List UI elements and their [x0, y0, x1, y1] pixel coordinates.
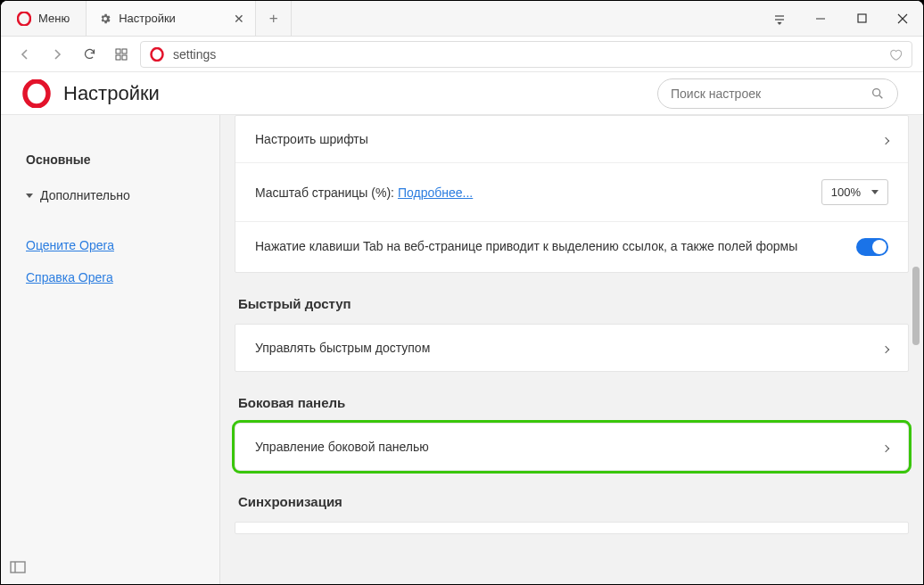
chevron-right-icon	[51, 48, 63, 61]
svg-rect-4	[116, 55, 120, 60]
svg-point-0	[18, 12, 30, 25]
row-sync-partial[interactable]	[235, 522, 909, 534]
zoom-value: 100%	[831, 185, 861, 199]
address-input-wrap[interactable]	[140, 41, 912, 68]
tab-menu-button[interactable]	[759, 1, 800, 36]
sidebar-link-rate-opera[interactable]: Оцените Opera	[1, 229, 219, 261]
row-label: Масштаб страницы (%):	[255, 185, 394, 200]
row-page-zoom: Масштаб страницы (%): Подробнее... 100%	[235, 162, 908, 221]
chevron-right-icon	[883, 132, 888, 146]
maximize-icon	[857, 13, 867, 23]
menu-label: Меню	[38, 12, 70, 25]
settings-search-input[interactable]	[671, 87, 870, 101]
svg-rect-9	[11, 562, 25, 573]
reload-icon	[83, 47, 96, 61]
chevron-down-icon	[26, 194, 33, 198]
svg-point-8	[873, 88, 880, 95]
tab-settings[interactable]: Настройки ✕	[87, 1, 256, 36]
settings-sidebar: Основные Дополнительно Оцените Opera Спр…	[1, 115, 220, 584]
maximize-button[interactable]	[841, 1, 882, 36]
svg-rect-5	[122, 55, 127, 60]
minimize-icon	[815, 13, 826, 24]
zoom-learn-more-link[interactable]: Подробнее...	[398, 185, 473, 200]
opera-icon	[17, 12, 31, 26]
close-icon[interactable]: ✕	[234, 12, 244, 26]
chevron-left-icon	[19, 48, 31, 61]
panel-icon	[10, 561, 26, 573]
grid-icon	[115, 48, 128, 61]
back-button[interactable]	[12, 42, 38, 67]
sidebar-item-label: Дополнительно	[40, 188, 130, 202]
section-title-sidebar: Боковая панель	[235, 372, 909, 423]
page-content: Настройки Основные Дополнительно	[1, 72, 923, 584]
section-title-speed-dial: Быстрый доступ	[235, 273, 909, 324]
window-close-button[interactable]	[882, 1, 923, 36]
sidebar-panel-toggle[interactable]	[10, 561, 26, 573]
speed-dial-button[interactable]	[108, 42, 135, 67]
chevron-down-icon	[871, 190, 879, 194]
address-bar	[1, 37, 923, 72]
row-manage-sidebar[interactable]: Управление боковой панелью	[235, 423, 909, 471]
row-label: Настроить шрифты	[255, 132, 368, 146]
reload-button[interactable]	[76, 42, 103, 67]
chevron-right-icon	[883, 440, 888, 454]
tab-menu-icon	[773, 12, 786, 25]
menu-button[interactable]: Меню	[1, 1, 87, 36]
row-label: Управление боковой панелью	[255, 440, 429, 454]
minimize-button[interactable]	[800, 1, 841, 36]
row-configure-fonts[interactable]: Настроить шрифты	[235, 116, 908, 162]
svg-rect-2	[116, 49, 120, 54]
svg-point-7	[25, 81, 48, 106]
svg-point-6	[152, 48, 163, 61]
scrollbar-thumb[interactable]	[912, 267, 920, 345]
settings-header: Настройки	[1, 72, 923, 115]
settings-main[interactable]: Настроить шрифты Масштаб страницы (%): П…	[220, 115, 923, 584]
opera-icon	[150, 47, 164, 62]
svg-rect-3	[122, 49, 127, 54]
opera-icon	[22, 79, 51, 108]
chevron-right-icon	[883, 341, 888, 355]
window-controls	[759, 1, 923, 36]
page-title: Настройки	[63, 82, 160, 105]
zoom-select[interactable]: 100%	[821, 179, 888, 205]
settings-search[interactable]	[657, 78, 898, 109]
titlebar: Меню Настройки ✕ +	[1, 1, 923, 37]
tab-key-toggle[interactable]	[856, 238, 888, 256]
settings-body: Основные Дополнительно Оцените Opera Спр…	[1, 115, 923, 584]
heart-icon[interactable]	[888, 47, 903, 62]
svg-rect-1	[858, 14, 866, 22]
close-icon	[897, 13, 908, 24]
section-title-sync: Синхронизация	[235, 471, 909, 522]
search-icon	[870, 87, 885, 101]
new-tab-button[interactable]: +	[256, 1, 292, 36]
forward-button[interactable]	[44, 42, 70, 67]
sidebar-item-basic[interactable]: Основные	[1, 142, 219, 177]
address-input[interactable]	[173, 47, 879, 62]
sidebar-item-label: Основные	[26, 152, 91, 167]
browser-window: Меню Настройки ✕ +	[0, 0, 924, 585]
appearance-section: Настроить шрифты Масштаб страницы (%): П…	[235, 115, 909, 273]
scrollbar[interactable]	[905, 115, 923, 584]
tab-label: Настройки	[119, 12, 227, 25]
sidebar-item-advanced[interactable]: Дополнительно	[1, 177, 219, 213]
sidebar-link-help-opera[interactable]: Справка Opera	[1, 261, 219, 293]
row-label: Нажатие клавиши Tab на веб-странице прив…	[255, 238, 856, 256]
row-label: Управлять быстрым доступом	[255, 341, 430, 355]
row-tab-key-focus: Нажатие клавиши Tab на веб-странице прив…	[235, 221, 908, 272]
row-manage-speed-dial[interactable]: Управлять быстрым доступом	[235, 324, 909, 372]
gear-icon	[99, 12, 111, 25]
